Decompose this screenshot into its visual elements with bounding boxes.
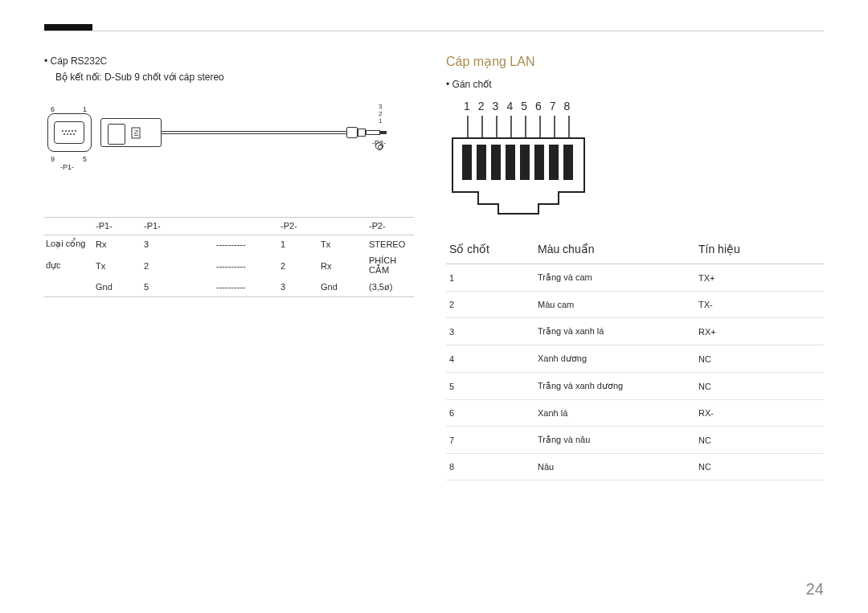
table-row: 8 Nâu NC	[446, 454, 824, 480]
dsub-bottom-numbers: 9 5	[51, 155, 87, 163]
jack-num-1: 1	[379, 118, 382, 125]
cell: Rx	[94, 235, 142, 253]
cell: Gnd	[94, 279, 142, 295]
cell-pin: 2	[446, 292, 534, 318]
cell-pin: 1	[446, 264, 534, 292]
rj45-icon	[446, 116, 599, 220]
cell-color: Xanh dương	[534, 345, 695, 373]
cell-signal: NC	[695, 454, 824, 480]
hdr-signal: Tín hiệu	[695, 236, 824, 264]
cell: Gnd	[319, 279, 367, 295]
cell: ----------	[215, 252, 279, 279]
hdr-p2a: -P2-	[279, 217, 319, 234]
dsub-top-numbers: 6 1	[51, 105, 87, 113]
label-port-type-1: Loại cổng	[44, 235, 94, 253]
cell-pin: 8	[446, 454, 534, 480]
cell-signal: RX+	[695, 318, 824, 345]
svg-rect-11	[506, 145, 515, 180]
table-row: 2 Màu cam TX-	[446, 292, 824, 318]
p1-diagram-label: -P1-	[60, 163, 74, 171]
cell-pin: 5	[446, 373, 534, 400]
cell-color: Xanh lá	[534, 400, 695, 427]
rs232-pinout-table: -P1- -P1- -P2- -P2- Loại cổng Rx 3 -----…	[44, 215, 414, 297]
cell: 1	[279, 235, 319, 253]
cell: 5	[142, 279, 215, 295]
hdr-color: Màu chuẩn	[534, 236, 695, 264]
table-row: Gnd 5 ---------- 3 Gnd (3,5ø)	[44, 279, 414, 295]
cell-signal: NC	[695, 427, 824, 454]
svg-rect-15	[563, 145, 573, 180]
table-row: 7 Trắng và nâu NC	[446, 427, 824, 454]
hdr-p1a: -P1-	[94, 217, 142, 234]
stereo-jack	[346, 127, 387, 138]
dsub-num-1: 1	[83, 105, 87, 113]
cell: Tx	[319, 235, 367, 253]
cell-color: Nâu	[534, 454, 695, 480]
table-row: 6 Xanh lá RX-	[446, 400, 824, 427]
pin-num: 6	[535, 100, 542, 112]
table-row: đực Tx 2 ---------- 2 Rx PHÍCH CẮM	[44, 252, 414, 279]
cell: 2	[142, 252, 215, 279]
dsub-num-5: 5	[83, 155, 87, 163]
cell-color: Trắng và nâu	[534, 427, 695, 454]
cell: STEREO	[367, 235, 414, 253]
table-row: 5 Trắng và xanh dương NC	[446, 373, 824, 400]
table-row: 1 Trắng và cam TX+	[446, 264, 824, 292]
dsub-num-6: 6	[51, 105, 55, 113]
cell: PHÍCH CẮM	[367, 252, 414, 279]
dsub-plug-body: IN	[100, 118, 162, 147]
pin-num: 1	[464, 100, 470, 112]
cell-color: Trắng và xanh lá	[534, 318, 695, 345]
pin-num: 3	[493, 100, 499, 112]
in-label: IN	[132, 127, 141, 138]
cell: (3,5ø)	[367, 279, 414, 295]
p2-diagram-label: -P2-	[372, 139, 386, 147]
rs232-cable-title: Cáp RS232C	[44, 54, 422, 68]
cell: 3	[279, 279, 319, 295]
rj45-diagram: 1 2 3 4 5 6 7 8	[446, 100, 824, 220]
jack-ring-numbers: 3 2 1	[379, 104, 382, 125]
cell: 2	[279, 252, 319, 279]
cell-pin: 7	[446, 427, 534, 454]
page-number: 24	[806, 580, 824, 599]
cell: Rx	[319, 252, 367, 279]
label-port-type-2: đực	[44, 252, 94, 279]
cable-line	[162, 131, 346, 134]
svg-rect-10	[491, 145, 501, 180]
svg-rect-13	[534, 145, 544, 180]
left-column: Cáp RS232C Bộ kết nối: D-Sub 9 chốt với …	[44, 54, 422, 480]
cell: Tx	[94, 252, 142, 279]
pin-num: 8	[564, 100, 571, 112]
cell-color: Trắng và cam	[534, 264, 695, 292]
table-header-row: Số chốt Màu chuẩn Tín hiệu	[446, 236, 824, 264]
header-rule	[44, 31, 824, 31]
svg-rect-12	[520, 145, 530, 180]
cell-pin: 3	[446, 318, 534, 345]
svg-rect-8	[462, 145, 472, 180]
rs232-cable-desc: Bộ kết nối: D-Sub 9 chốt với cáp stereo	[55, 70, 422, 84]
right-column: Cáp mạng LAN Gán chốt 1 2 3 4 5 6 7 8	[446, 54, 824, 480]
pin-num: 2	[478, 100, 485, 112]
cell-color: Trắng và xanh dương	[534, 373, 695, 400]
rs232-diagram: 6 1 9 5 -P1- IN 3 2 1	[44, 99, 422, 195]
cell-signal: TX+	[695, 264, 824, 292]
cell-pin: 4	[446, 345, 534, 373]
hdr-pin: Số chốt	[446, 236, 534, 264]
pin-num: 7	[550, 100, 556, 112]
cell-signal: TX-	[695, 292, 824, 318]
cell: 3	[142, 235, 215, 253]
cell-pin: 6	[446, 400, 534, 427]
content-columns: Cáp RS232C Bộ kết nối: D-Sub 9 chốt với …	[44, 54, 824, 480]
pin-num: 4	[506, 100, 513, 112]
hdr-p2b: -P2-	[367, 217, 414, 234]
cell-signal: RX-	[695, 400, 824, 427]
svg-rect-14	[549, 145, 559, 180]
dsub-face	[54, 121, 84, 144]
cell: ----------	[215, 235, 279, 253]
cell-color: Màu cam	[534, 292, 695, 318]
table-row: 4 Xanh dương NC	[446, 345, 824, 373]
cell: ----------	[215, 279, 279, 295]
pin-num: 5	[521, 100, 527, 112]
pin-assign-label: Gán chốt	[446, 77, 824, 92]
cell-signal: NC	[695, 373, 824, 400]
